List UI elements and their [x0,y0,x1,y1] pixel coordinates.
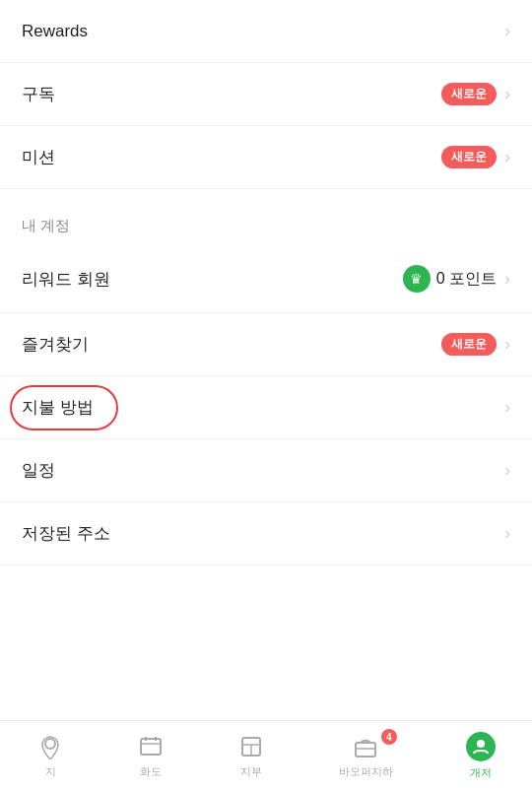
menu-label-rewards: Rewards [22,22,88,41]
menu-item-reward-member[interactable]: 리워드 회원 ♛ 0 포인트 › [0,245,532,313]
menu-right-favorites: 새로운 › [441,333,510,356]
menu-label-payment: 지불 방법 [22,396,94,419]
nav-label-map: 지 [45,764,56,779]
chevron-icon-payment: › [504,397,510,418]
menu-item-favorites[interactable]: 즐겨찾기 새로운 › [0,313,532,376]
menu-right-schedule: › [504,460,510,481]
menu-item-left-payment: 지불 방법 [22,396,94,419]
account-menu-section: 내 계정 리워드 회원 ♛ 0 포인트 › 즐겨찾기 새로운 › [0,189,532,565]
svg-point-10 [477,740,485,748]
menu-right-address: › [504,523,510,544]
top-menu-section: Rewards › 구독 새로운 › 미션 새로운 › [0,0,532,189]
map-icon [36,733,64,760]
nav-item-activity[interactable]: 화도 [127,727,174,785]
menu-item-left-reward: 리워드 회원 [22,268,110,291]
bottom-nav: 지 화도 지부 4 [0,720,532,791]
menu-item-subscribe[interactable]: 구독 새로운 › [0,63,532,126]
menu-label-address: 저장된 주소 [22,522,110,545]
nav-item-bag[interactable]: 4 바오퍼지하 [329,727,403,785]
svg-point-0 [45,739,55,749]
menu-item-left-address: 저장된 주소 [22,522,110,545]
menu-item-schedule[interactable]: 일정 › [0,439,532,502]
menu-item-left-mission: 미션 [22,146,55,168]
menu-item-mission[interactable]: 미션 새로운 › [0,126,532,189]
menu-item-left-schedule: 일정 [22,459,55,482]
menu-label-mission: 미션 [22,146,55,168]
chevron-icon-favorites: › [504,334,510,355]
badge-new-subscribe: 새로운 [441,83,497,105]
chevron-icon-mission: › [504,147,510,167]
nav-badge-bag: 4 [381,729,397,745]
nav-item-branch[interactable]: 지부 [228,727,275,785]
nav-item-account[interactable]: 개저 [456,726,505,786]
menu-item-left-favorites: 즐겨찾기 [22,333,89,356]
points-text: 0 포인트 [436,269,497,290]
svg-rect-1 [141,739,161,755]
menu-right-payment: › [504,397,510,418]
main-content: Rewards › 구독 새로운 › 미션 새로운 › [0,0,532,644]
nav-label-activity: 화도 [140,764,162,779]
chevron-icon-reward: › [504,269,510,290]
crown-icon: ♛ [403,265,431,293]
menu-right-mission: 새로운 › [441,146,510,168]
chevron-icon-subscribe: › [504,84,510,104]
branch-icon [237,733,265,760]
chevron-icon-schedule: › [504,460,510,481]
activity-icon [137,733,165,760]
menu-right-reward: ♛ 0 포인트 › [403,265,510,293]
menu-item-saved-address[interactable]: 저장된 주소 › [0,502,532,565]
chevron-icon-rewards: › [504,21,510,41]
svg-rect-8 [356,743,375,757]
menu-item-left: Rewards [22,22,88,41]
points-info: ♛ 0 포인트 [403,265,497,293]
menu-label-subscribe: 구독 [22,83,55,105]
menu-right-subscribe: 새로운 › [441,83,510,105]
menu-item-left-subscribe: 구독 [22,83,55,105]
account-avatar-icon [466,732,496,761]
menu-label-schedule: 일정 [22,459,55,482]
badge-new-mission: 새로운 [441,146,497,168]
menu-item-payment[interactable]: 지불 방법 › [0,376,532,439]
menu-label-favorites: 즐겨찾기 [22,333,89,356]
chevron-icon-address: › [504,523,510,544]
badge-new-favorites: 새로운 [441,333,497,356]
nav-label-bag: 바오퍼지하 [339,764,393,779]
nav-label-account: 개저 [470,765,492,780]
menu-right-rewards: › [504,21,510,41]
nav-label-branch: 지부 [240,764,262,779]
nav-item-map[interactable]: 지 [27,727,74,785]
menu-item-rewards[interactable]: Rewards › [0,0,532,63]
menu-label-reward-member: 리워드 회원 [22,268,110,291]
section-title-account: 내 계정 [0,189,532,245]
bag-icon [352,733,379,760]
